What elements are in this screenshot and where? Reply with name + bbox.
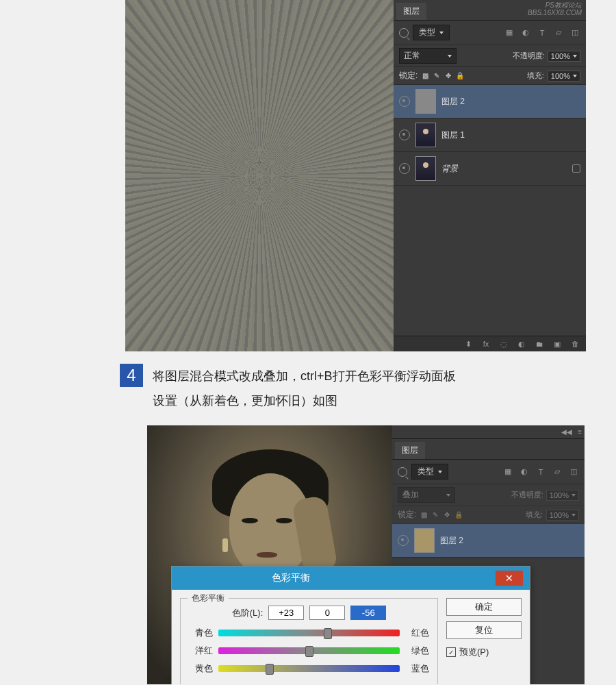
layer-thumbnail[interactable] [415,156,436,181]
opacity-input[interactable]: 100% [548,51,580,62]
lock-label: 锁定: [398,509,416,521]
layer-row[interactable]: 背景 [394,152,586,186]
layer-row[interactable]: 图层 2 [394,85,586,119]
blend-mode-dropdown[interactable]: 叠加 [398,487,455,503]
lock-all-icon[interactable]: 🔒 [456,72,464,80]
filter-smart-icon[interactable]: ◫ [569,28,580,38]
visibility-icon[interactable] [398,535,409,546]
blue-label: 蓝色 [405,662,429,675]
lock-position-icon[interactable]: ✥ [444,72,452,80]
filter-type-dropdown[interactable]: 类型 [411,464,448,480]
ok-button[interactable]: 确定 [446,598,522,616]
tab-layers[interactable]: 图层 [395,442,425,459]
dialog-title: 色彩平衡 [272,572,310,584]
level-magenta-green-input[interactable] [309,606,345,620]
filter-pixel-icon[interactable]: ▦ [504,28,515,38]
lock-paint-icon[interactable]: ✎ [431,511,439,519]
adjustment-icon[interactable]: ◐ [516,339,527,349]
visibility-icon[interactable] [399,163,410,174]
reset-button[interactable]: 复位 [446,621,522,639]
fill-input[interactable]: 100% [548,71,580,82]
yellow-label: 黄色 [189,662,213,675]
mask-icon[interactable]: ◌ [498,339,509,349]
magenta-green-slider[interactable] [218,647,400,654]
filter-shape-icon[interactable]: ▱ [553,28,564,38]
color-balance-dialog: 色彩平衡 ✕ 色彩平衡 色阶(L): 青色 [171,566,530,684]
layer-thumbnail[interactable] [414,528,435,553]
fill-label: 填充: [526,510,543,520]
layer-name[interactable]: 背景 [441,163,458,175]
trash-icon[interactable]: 🗑 [569,339,580,349]
filter-type-dropdown[interactable]: 类型 [413,25,450,40]
close-button[interactable]: ✕ [496,571,523,586]
watermark: PS教程论坛BBS.16XX8.COM [528,1,582,16]
lock-paint-icon[interactable]: ✎ [433,72,441,80]
yellow-blue-slider[interactable] [218,665,400,672]
step-number: 4 [120,364,143,387]
level-cyan-red-input[interactable] [268,606,304,620]
step-text: 将图层混合模式改成叠加，ctrl+B打开色彩平衡浮动面板 设置（从新着色，更加怀… [153,364,456,413]
collapse-icon[interactable]: ◀◀ [561,428,572,436]
fx-icon[interactable]: fx [480,339,491,349]
level-label: 色阶(L): [232,607,264,619]
visibility-icon[interactable] [399,129,410,140]
layers-panel-1: PS教程论坛BBS.16XX8.COM 图层 类型 ▦ ◐ T ▱ ◫ 正常 不… [394,0,586,351]
layer-thumbnail[interactable] [415,123,436,147]
opacity-label: 不透明度: [511,490,543,500]
folder-icon[interactable]: 🖿 [534,339,545,349]
new-layer-icon[interactable]: ▣ [552,339,563,349]
fill-input[interactable]: 100% [546,510,579,521]
layer-name[interactable]: 图层 2 [440,535,463,547]
filter-adjust-icon[interactable]: ◐ [520,28,531,38]
filter-adjust-icon[interactable]: ◐ [519,467,530,477]
green-label: 绿色 [405,645,429,657]
blend-mode-dropdown[interactable]: 正常 [399,48,457,64]
search-icon[interactable] [399,28,409,38]
cyan-red-slider[interactable] [218,630,400,636]
opacity-label: 不透明度: [513,51,545,61]
lock-icon [572,164,580,173]
layer-name[interactable]: 图层 2 [441,96,465,108]
level-yellow-blue-input[interactable] [350,606,386,620]
layer-row[interactable]: 图层 1 [394,119,586,152]
fill-label: 填充: [527,71,544,81]
search-icon[interactable] [398,467,407,477]
tab-layers[interactable]: 图层 [396,3,426,20]
link-icon[interactable]: ⬍ [463,339,474,349]
layer-name[interactable]: 图层 1 [441,129,465,141]
filter-type-icon[interactable]: T [535,467,546,477]
visibility-icon[interactable] [399,96,410,107]
noise-canvas [125,0,394,351]
filter-smart-icon[interactable]: ◫ [568,467,579,477]
layer-row[interactable]: 图层 2 [392,524,585,558]
lock-all-icon[interactable]: 🔒 [454,511,463,519]
fieldset-label: 色彩平衡 [188,593,229,604]
layer-thumbnail[interactable] [415,89,436,114]
filter-type-icon[interactable]: T [537,28,548,38]
filter-shape-icon[interactable]: ▱ [552,467,563,477]
lock-transparent-icon[interactable]: ▩ [420,511,428,519]
cyan-label: 青色 [189,627,213,639]
lock-position-icon[interactable]: ✥ [443,511,451,519]
menu-icon[interactable]: ≡ [578,428,582,436]
filter-pixel-icon[interactable]: ▦ [502,467,513,477]
opacity-input[interactable]: 100% [546,490,579,501]
red-label: 红色 [405,627,429,639]
lock-label: 锁定: [399,70,418,82]
preview-checkbox[interactable]: ✓预览(P) [446,646,522,658]
magenta-label: 洋红 [189,645,213,657]
lock-transparent-icon[interactable]: ▩ [421,72,429,80]
